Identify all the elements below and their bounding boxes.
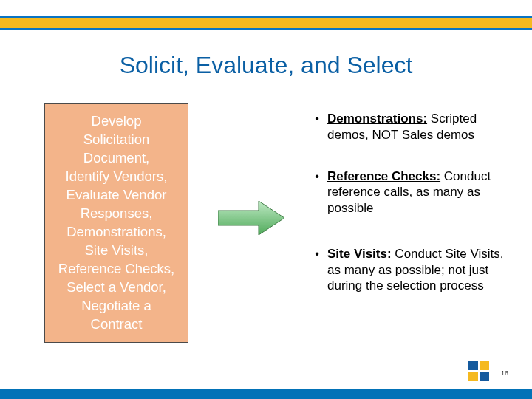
bullet-body: Reference Checks: Conduct reference call… xyxy=(327,168,514,216)
process-line: Solicitation xyxy=(83,131,149,149)
process-line: Contract xyxy=(91,316,143,334)
process-line: Demonstrations, xyxy=(66,223,166,242)
process-line: Evaluate Vendor xyxy=(66,186,167,205)
bullet-heading: Reference Checks: xyxy=(327,169,440,183)
bullet-list: • Demonstrations: Scripted demos, NOT Sa… xyxy=(307,111,514,319)
bullet-dot-icon: • xyxy=(307,168,327,216)
slide: Solicit, Evaluate, and Select Develop So… xyxy=(0,0,532,399)
svg-marker-0 xyxy=(218,201,284,235)
list-item: • Reference Checks: Conduct reference ca… xyxy=(307,168,514,216)
bullet-dot-icon: • xyxy=(307,246,327,294)
bullet-heading: Demonstrations: xyxy=(327,112,427,126)
list-item: • Demonstrations: Scripted demos, NOT Sa… xyxy=(307,111,514,143)
process-box: Develop Solicitation Document, Identify … xyxy=(44,103,188,343)
process-line: Responses, xyxy=(81,205,153,223)
bullet-body: Site Visits: Conduct Site Visits, as man… xyxy=(327,246,514,294)
top-accent-bar xyxy=(0,16,532,30)
process-line: Develop xyxy=(92,112,142,131)
bottom-accent-bar xyxy=(0,389,532,399)
process-line: Negotiate a xyxy=(81,297,151,316)
page-number: 16 xyxy=(501,369,508,377)
process-line: Site Visits, xyxy=(84,242,148,260)
arrow-right-icon xyxy=(218,200,284,236)
logo-icon xyxy=(468,361,489,381)
bullet-dot-icon: • xyxy=(307,111,327,143)
process-line: Select a Vendor, xyxy=(66,279,166,297)
bullet-heading: Site Visits: xyxy=(327,247,392,261)
list-item: • Site Visits: Conduct Site Visits, as m… xyxy=(307,246,514,294)
process-line: Reference Checks, xyxy=(58,260,174,279)
bullet-body: Demonstrations: Scripted demos, NOT Sale… xyxy=(327,111,514,143)
process-line: Document, xyxy=(83,149,149,168)
slide-title: Solicit, Evaluate, and Select xyxy=(0,52,532,79)
process-line: Identify Vendors, xyxy=(66,168,168,186)
